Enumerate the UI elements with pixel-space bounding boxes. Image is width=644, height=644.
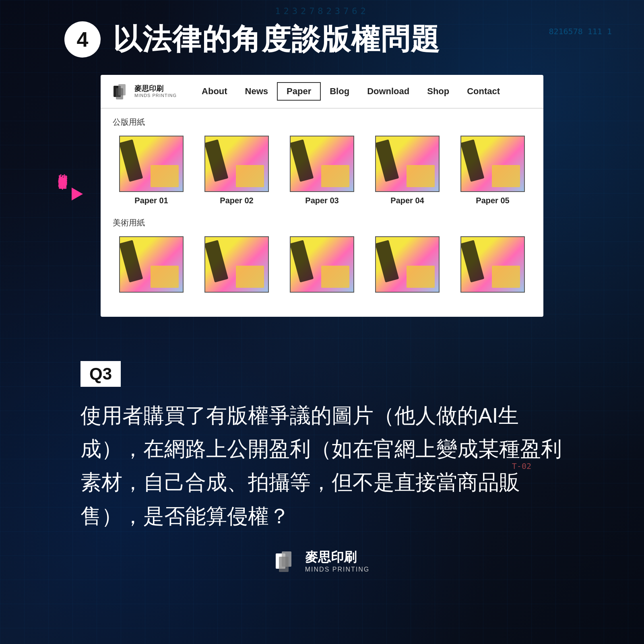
paper-label-02: Paper 02 xyxy=(220,196,253,205)
paper-item-04[interactable]: Paper 04 xyxy=(369,136,446,205)
paper-img-a1 xyxy=(120,237,183,292)
paper-thumb-a1 xyxy=(119,236,184,293)
nav-contact[interactable]: Contact xyxy=(458,83,509,100)
website-mockup: 麥思印刷 MINDS PRINTING About News Paper Blo… xyxy=(101,75,543,317)
logo-en: MINDS PRINTING xyxy=(134,93,177,98)
nav-download[interactable]: Download xyxy=(358,83,418,100)
svg-rect-2 xyxy=(116,88,123,99)
bottom-logo-text: 麥思印刷 MINDS PRINTING xyxy=(305,549,369,574)
annotation-text: 生成圖作為網站素材 xyxy=(56,190,68,198)
section1-label: 公版用紙 xyxy=(113,117,531,128)
paper-thumb-04 xyxy=(375,136,440,192)
paper-item-02[interactable]: Paper 02 xyxy=(198,136,275,205)
paper-img-04 xyxy=(376,136,439,191)
paper-item-03[interactable]: Paper 03 xyxy=(283,136,361,205)
paper-item-a4[interactable] xyxy=(369,236,446,293)
paper-img-a2 xyxy=(205,237,268,292)
paper-thumb-05 xyxy=(460,136,525,192)
nav-paper[interactable]: Paper xyxy=(277,82,321,101)
paper-item-a3[interactable] xyxy=(283,236,361,293)
svg-rect-5 xyxy=(279,557,289,572)
paper-img-01 xyxy=(120,136,183,191)
main-title: 以法律的角度談版權問題 xyxy=(113,20,440,59)
paper-img-02 xyxy=(205,136,268,191)
logo-text: 麥思印刷 MINDS PRINTING xyxy=(134,85,177,99)
nav-about[interactable]: About xyxy=(193,83,236,100)
bottom-logo-icon xyxy=(275,549,299,574)
nav-shop[interactable]: Shop xyxy=(418,83,458,100)
annotation-arrow: 生成圖作為網站素材 xyxy=(56,188,83,200)
paper-img-05 xyxy=(461,136,524,191)
paper-item-a1[interactable] xyxy=(113,236,190,293)
paper-thumb-a3 xyxy=(290,236,354,293)
title-section: 4 以法律的角度談版權問題 xyxy=(64,20,440,59)
paper-item-a5[interactable] xyxy=(454,236,531,293)
section2-label: 美術用紙 xyxy=(113,217,531,228)
arrow-icon xyxy=(72,188,83,200)
paper-label-01: Paper 01 xyxy=(134,196,168,205)
nav-blog[interactable]: Blog xyxy=(321,83,358,100)
paper-thumb-02 xyxy=(204,136,269,192)
paper-img-a4 xyxy=(376,237,439,292)
paper-label-05: Paper 05 xyxy=(476,196,509,205)
paper-thumb-a2 xyxy=(204,236,269,293)
paper-grid-2 xyxy=(113,236,531,293)
bottom-logo-en: MINDS PRINTING xyxy=(305,566,369,574)
paper-thumb-a4 xyxy=(375,236,440,293)
nav-items: About News Paper Blog Download Shop Cont… xyxy=(193,82,509,101)
paper-item-01[interactable]: Paper 01 xyxy=(113,136,190,205)
paper-item-05[interactable]: Paper 05 xyxy=(454,136,531,205)
paper-img-03 xyxy=(291,136,353,191)
paper-thumb-a5 xyxy=(460,236,525,293)
q3-text: 使用者購買了有版權爭議的圖片（他人做的AI生成），在網路上公開盈利（如在官網上變… xyxy=(80,399,564,533)
paper-label-03: Paper 03 xyxy=(305,196,339,205)
paper-item-a2[interactable] xyxy=(198,236,275,293)
bottom-logo: 麥思印刷 MINDS PRINTING xyxy=(275,549,369,574)
logo-cn: 麥思印刷 xyxy=(134,85,177,93)
paper-thumb-01 xyxy=(119,136,184,192)
nav-news[interactable]: News xyxy=(236,83,277,100)
navbar: 麥思印刷 MINDS PRINTING About News Paper Blo… xyxy=(101,75,543,109)
paper-img-a3 xyxy=(291,237,353,292)
paper-label-04: Paper 04 xyxy=(390,196,424,205)
number-badge: 4 xyxy=(64,21,101,58)
paper-thumb-03 xyxy=(290,136,354,192)
mockup-container: 生成圖作為網站素材 麥思印刷 MINDS PRINTING xyxy=(101,75,543,341)
paper-grid-1: Paper 01 Paper 02 Paper 03 xyxy=(113,136,531,205)
logo-icon xyxy=(113,83,130,100)
q3-badge: Q3 xyxy=(80,361,121,387)
paper-section: 公版用紙 Paper 01 Paper 02 xyxy=(101,109,543,317)
content-wrapper: 4 以法律的角度談版權問題 生成圖作為網站素材 麥思印刷 xyxy=(0,0,644,644)
q3-section: Q3 使用者購買了有版權爭議的圖片（他人做的AI生成），在網路上公開盈利（如在官… xyxy=(80,361,564,533)
logo-area: 麥思印刷 MINDS PRINTING xyxy=(113,83,177,100)
paper-img-a5 xyxy=(461,237,524,292)
bottom-logo-cn: 麥思印刷 xyxy=(305,549,369,566)
